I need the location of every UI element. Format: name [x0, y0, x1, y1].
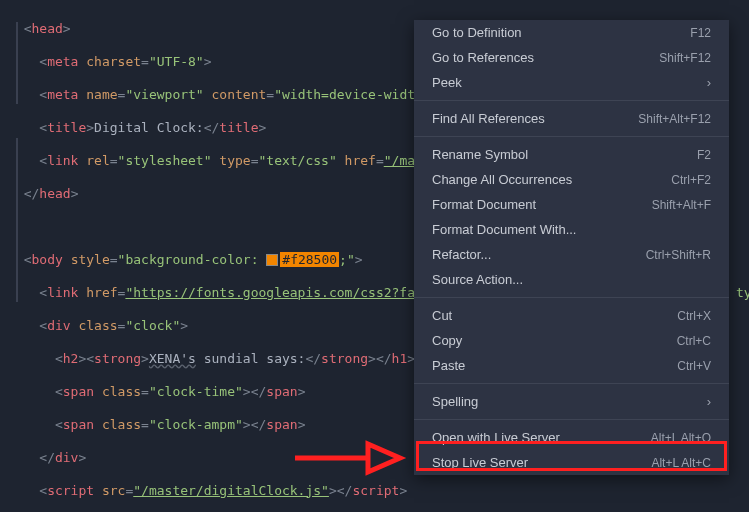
- fold-guide: [16, 138, 18, 302]
- color-swatch-icon: [266, 254, 278, 266]
- menu-go-to-references[interactable]: Go to ReferencesShift+F12: [414, 45, 729, 70]
- chevron-right-icon: ›: [707, 75, 711, 90]
- menu-refactor[interactable]: Refactor...Ctrl+Shift+R: [414, 242, 729, 267]
- menu-paste[interactable]: PasteCtrl+V: [414, 353, 729, 378]
- fold-guide: [16, 22, 18, 104]
- chevron-right-icon: ›: [707, 394, 711, 409]
- menu-separator: [414, 383, 729, 384]
- menu-separator: [414, 100, 729, 101]
- menu-format-document-with[interactable]: Format Document With...: [414, 217, 729, 242]
- menu-separator: [414, 419, 729, 420]
- menu-cut[interactable]: CutCtrl+X: [414, 303, 729, 328]
- menu-source-action[interactable]: Source Action...: [414, 267, 729, 292]
- color-hex-highlight: #f28500: [280, 252, 339, 267]
- menu-separator: [414, 297, 729, 298]
- menu-spelling[interactable]: Spelling›: [414, 389, 729, 414]
- menu-peek[interactable]: Peek›: [414, 70, 729, 95]
- menu-open-with-live-server[interactable]: Open with Live ServerAlt+L Alt+O: [414, 425, 729, 450]
- menu-format-document[interactable]: Format DocumentShift+Alt+F: [414, 192, 729, 217]
- menu-change-all-occurrences[interactable]: Change All OccurrencesCtrl+F2: [414, 167, 729, 192]
- menu-separator: [414, 136, 729, 137]
- menu-copy[interactable]: CopyCtrl+C: [414, 328, 729, 353]
- menu-rename-symbol[interactable]: Rename SymbolF2: [414, 142, 729, 167]
- menu-find-all-references[interactable]: Find All ReferencesShift+Alt+F12: [414, 106, 729, 131]
- menu-stop-live-server[interactable]: Stop Live ServerAlt+L Alt+C: [414, 450, 729, 475]
- context-menu: Go to DefinitionF12 Go to ReferencesShif…: [414, 20, 729, 475]
- menu-go-to-definition[interactable]: Go to DefinitionF12: [414, 20, 729, 45]
- code-line: <script src="/master/digitalClock.js"></…: [8, 483, 741, 500]
